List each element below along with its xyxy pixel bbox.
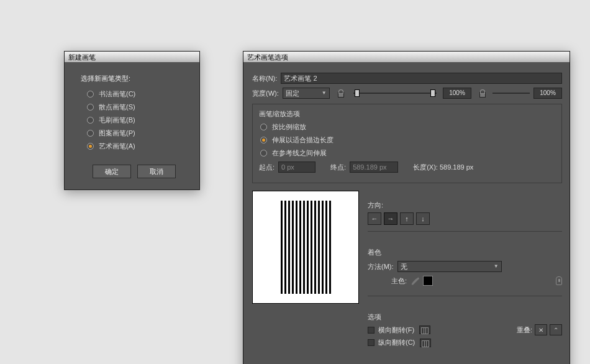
- brush-type-scatter[interactable]: 散点画笔(S): [81, 102, 187, 112]
- scale-option-label: 在参考线之间伸展: [272, 148, 327, 158]
- new-brush-titlebar[interactable]: 新建画笔: [65, 52, 199, 63]
- brush-preview: [252, 191, 359, 304]
- end-input: 589.189 px: [350, 162, 398, 173]
- length-label: 长度(X): 589.189 px: [413, 163, 473, 172]
- link-icon[interactable]: [336, 89, 345, 98]
- flip-h-label: 横向翻转(F): [378, 325, 414, 335]
- name-value: 艺术画笔 2: [284, 75, 317, 82]
- brush-type-label: 散点画笔(S): [99, 102, 135, 112]
- start-label: 起点:: [259, 163, 275, 172]
- preview-art-icon: [281, 201, 331, 294]
- direction-right-button[interactable]: →: [384, 212, 397, 225]
- eyedropper-icon[interactable]: [411, 276, 419, 285]
- scale-group: 画笔缩放选项 按比例缩放 伸展以适合描边长度 在参考线之间伸展 起点: 0 px…: [252, 104, 562, 183]
- width-slider[interactable]: [353, 88, 437, 99]
- scale-option-label: 伸展以适合描边长度: [272, 135, 334, 145]
- width-pct-right[interactable]: 100%: [533, 88, 562, 99]
- scale-stretch-fit[interactable]: 伸展以适合描边长度: [259, 135, 555, 145]
- overlap-none-button[interactable]: ✕: [535, 324, 547, 335]
- brush-type-art[interactable]: 艺术画笔(A): [81, 142, 187, 151]
- end-label: 终点:: [330, 163, 346, 172]
- slider-handle-right[interactable]: [430, 89, 435, 97]
- direction-group: 方向: ← → ↑ ↓: [368, 196, 562, 232]
- flip-v-icon: [420, 339, 431, 347]
- radio-icon: [87, 91, 94, 98]
- brush-type-label: 图案画笔(P): [99, 129, 135, 138]
- art-brush-titlebar[interactable]: 艺术画笔选项: [243, 52, 570, 63]
- chevron-down-icon: ▼: [494, 262, 499, 271]
- flip-h-checkbox[interactable]: [368, 327, 374, 334]
- colorize-group: 着色 方法(M): 无 ▼ 主色:: [368, 243, 562, 296]
- arrow-left-icon: ←: [371, 215, 378, 222]
- options-label: 选项: [368, 312, 562, 322]
- radio-icon: [260, 124, 267, 130]
- flip-v-checkbox[interactable]: [368, 339, 374, 346]
- new-brush-prompt: 选择新画笔类型:: [81, 74, 187, 83]
- start-input: 0 px: [278, 162, 315, 173]
- method-value: 无: [401, 262, 407, 271]
- overlap-join-button[interactable]: ⌃: [550, 324, 562, 335]
- new-brush-dialog: 新建画笔 选择新画笔类型: 书法画笔(C) 散点画笔(S) 毛刷画笔(B) 图案…: [64, 51, 200, 190]
- keycolor-swatch[interactable]: [423, 276, 433, 286]
- new-brush-title: 新建画笔: [68, 53, 96, 61]
- width-mode-select[interactable]: 固定 ▼: [283, 88, 330, 99]
- flip-h-icon: [419, 325, 430, 334]
- cancel-button[interactable]: 取消: [137, 165, 176, 178]
- ok-button[interactable]: 确定: [93, 165, 131, 178]
- direction-left-button[interactable]: ←: [368, 212, 381, 225]
- radio-icon: [87, 130, 94, 137]
- brush-type-label: 艺术画笔(A): [99, 142, 135, 151]
- radio-icon: [87, 143, 94, 150]
- direction-down-button[interactable]: ↓: [416, 212, 430, 225]
- tip-icon[interactable]: [556, 276, 562, 285]
- overlap-none-icon: ✕: [538, 327, 543, 334]
- radio-icon: [260, 150, 267, 157]
- width-label: 宽度(W):: [252, 89, 279, 98]
- name-label: 名称(N):: [252, 74, 277, 83]
- width-pct-left[interactable]: 100%: [443, 88, 471, 99]
- link-icon[interactable]: [478, 89, 486, 98]
- method-select[interactable]: 无 ▼: [397, 261, 502, 272]
- brush-type-calligraphy[interactable]: 书法画笔(C): [81, 89, 187, 99]
- arrow-up-icon: ↑: [405, 215, 409, 222]
- art-brush-options-dialog: 艺术画笔选项 名称(N): 艺术画笔 2 宽度(W): 固定 ▼ 100%: [243, 51, 570, 364]
- brush-type-bristle[interactable]: 毛刷画笔(B): [81, 116, 187, 125]
- overlap-join-icon: ⌃: [553, 327, 558, 334]
- direction-label: 方向:: [368, 201, 562, 210]
- width-mode-value: 固定: [286, 88, 299, 98]
- scale-between-guides[interactable]: 在参考线之间伸展: [259, 148, 555, 158]
- brush-type-pattern[interactable]: 图案画笔(P): [81, 129, 187, 138]
- arrow-down-icon: ↓: [421, 215, 425, 222]
- options-group: 选项 横向翻转(F) 重叠: ✕ ⌃: [368, 307, 562, 356]
- arrow-right-icon: →: [388, 215, 394, 222]
- scale-option-label: 按比例缩放: [272, 122, 306, 132]
- keycolor-label: 主色:: [391, 276, 407, 286]
- overlap-label: 重叠:: [517, 325, 532, 335]
- scale-group-title: 画笔缩放选项: [259, 109, 555, 119]
- brush-type-label: 书法画笔(C): [99, 89, 135, 99]
- radio-icon: [87, 104, 94, 111]
- brush-type-label: 毛刷画笔(B): [99, 116, 135, 125]
- direction-up-button[interactable]: ↑: [400, 212, 414, 225]
- method-label: 方法(M):: [368, 262, 394, 271]
- chevron-down-icon: ▼: [322, 88, 327, 98]
- radio-icon: [260, 137, 267, 143]
- flip-v-label: 纵向翻转(C): [378, 338, 415, 347]
- colorize-label: 着色: [368, 248, 562, 257]
- slider-track: [492, 93, 530, 94]
- scale-proportional[interactable]: 按比例缩放: [259, 122, 555, 132]
- slider-handle-left[interactable]: [355, 89, 360, 97]
- radio-icon: [87, 117, 94, 124]
- art-brush-title: 艺术画笔选项: [247, 53, 288, 61]
- name-input[interactable]: 艺术画笔 2: [281, 73, 562, 84]
